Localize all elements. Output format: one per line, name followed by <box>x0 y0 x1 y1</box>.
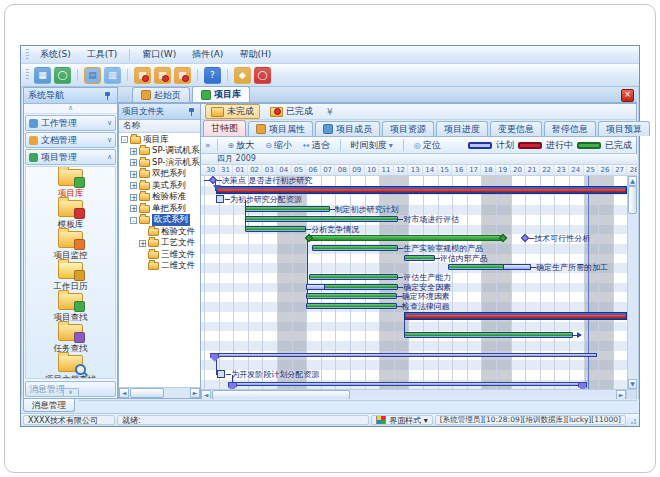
gantt-grid[interactable]: ▲ ▼ 决策点 是否进行初步研究为初步研究分配资源制定初步研究计划对市场进行评估… <box>201 176 637 389</box>
gantt-task-17[interactable] <box>214 353 597 357</box>
tab-1[interactable]: 甘特图 <box>203 120 246 136</box>
tab-message-management[interactable]: 消息管理 <box>23 399 75 412</box>
filter-extra-button[interactable]: ¥ <box>323 107 337 117</box>
tab-7[interactable]: 暂停信息 <box>544 121 596 136</box>
menu-1[interactable]: 系统(S) <box>33 46 78 63</box>
tree-node-3[interactable]: +SP-演示机系列 <box>119 157 200 169</box>
gantt-task-9[interactable] <box>404 255 435 261</box>
report-new-icon[interactable]: ▦ <box>134 67 151 84</box>
expand-icon[interactable]: + <box>130 194 137 201</box>
gantt-task-2[interactable] <box>216 186 627 194</box>
computer-icon[interactable]: ▦ <box>34 67 51 84</box>
gantt-button-1[interactable]: ⊕放大 <box>224 138 259 153</box>
gantt-task-14[interactable] <box>306 303 397 309</box>
gantt-task-5[interactable] <box>245 216 398 222</box>
help-icon[interactable]: ? <box>204 67 221 84</box>
tree-node-4[interactable]: +双把系列 <box>119 169 200 181</box>
sidebar-item-4[interactable]: 工作日历 <box>26 262 116 293</box>
tab-3[interactable]: 项目成员 <box>315 121 380 136</box>
tree-node-10[interactable]: +工艺文件 <box>119 238 200 250</box>
tree-node-9[interactable]: 检验文件 <box>119 226 200 238</box>
chevron-down-icon[interactable]: ∨ <box>107 120 112 127</box>
tab-8[interactable]: 项目预算 <box>598 121 650 136</box>
expand-icon[interactable]: + <box>130 171 137 178</box>
expand-icon[interactable]: + <box>130 205 137 212</box>
report-edit-icon[interactable]: ▦ <box>154 67 171 84</box>
expand-icon[interactable]: + <box>130 182 137 189</box>
menu-2[interactable]: 工具(T) <box>80 46 125 63</box>
gantt-button-5[interactable]: ◎定位 <box>410 138 445 153</box>
gantt-task-19[interactable] <box>232 382 582 386</box>
exit-icon[interactable]: ◯ <box>254 67 271 84</box>
gantt-task-7[interactable] <box>309 235 503 241</box>
sidebar-group-1[interactable]: 工作管理∨ <box>25 115 116 131</box>
project-open-icon[interactable]: ▤ <box>84 67 101 84</box>
tree-node-8[interactable]: -欧式系列 <box>119 215 200 227</box>
expand-icon[interactable]: + <box>130 159 137 166</box>
tab-4[interactable]: 项目资源 <box>382 121 434 136</box>
filter-button-2[interactable]: 已完成 <box>264 104 319 119</box>
scroll-up-icon[interactable]: ▲ <box>628 176 637 186</box>
interface-style-button[interactable]: 界面样式 ▾ <box>371 415 433 425</box>
sidebar-item-2[interactable]: 模板库 <box>26 200 116 231</box>
expand-icon[interactable]: + <box>139 240 146 247</box>
doc-tab-1[interactable]: 起始页 <box>132 87 190 102</box>
project-close-icon[interactable]: ▥ <box>104 67 121 84</box>
menu-5[interactable]: 帮助(H) <box>232 46 278 63</box>
gantt-vertical-scrollbar[interactable]: ▲ ▼ <box>627 176 637 389</box>
sidebar-item-6[interactable]: 任务查找 <box>26 324 116 355</box>
gantt-task-11[interactable] <box>309 274 398 280</box>
sidebar-bottom-group[interactable]: 消息管理 ∨ <box>25 381 116 397</box>
collapse-icon[interactable]: - <box>121 136 128 143</box>
sidebar-group-2[interactable]: 文档管理∨ <box>25 132 116 148</box>
tree-horizontal-scrollbar[interactable]: ◄ ► <box>119 387 200 398</box>
tree-node-2[interactable]: +SP-调试机系列 <box>119 146 200 158</box>
close-tab-icon[interactable]: × <box>621 89 634 102</box>
gantt-task-16[interactable] <box>404 332 573 338</box>
chevron-down-icon[interactable]: ∨ <box>107 137 112 144</box>
scroll-right-icon[interactable]: ► <box>190 388 200 398</box>
gantt-task-7-milestone[interactable] <box>521 234 529 242</box>
scroll-thumb[interactable] <box>628 186 637 214</box>
overflow-chevron-icon[interactable]: » <box>205 140 211 150</box>
scroll-down-icon[interactable]: ▼ <box>628 379 637 389</box>
sidebar-item-1[interactable]: 项目库 <box>26 169 116 200</box>
menu-3[interactable]: 窗口(W) <box>135 46 183 63</box>
gantt-task-3-group-box[interactable] <box>216 195 224 203</box>
scroll-left-icon[interactable]: ◄ <box>119 388 129 398</box>
tree-node-1[interactable]: -项目库 <box>119 134 200 146</box>
tree-node-12[interactable]: 二维文件 <box>119 261 200 273</box>
chevron-up-icon[interactable]: ∧ <box>107 154 112 161</box>
tab-6[interactable]: 变更信息 <box>490 121 542 136</box>
network-icon[interactable]: ◯ <box>54 67 71 84</box>
sidebar-item-3[interactable]: 项目监控 <box>26 231 116 262</box>
gantt-task-8[interactable] <box>312 245 398 251</box>
gantt-button-2[interactable]: ⊖缩小 <box>261 138 296 153</box>
menu-4[interactable]: 插件(A) <box>185 46 230 63</box>
tree-node-7[interactable]: +单把系列 <box>119 203 200 215</box>
lock-icon[interactable]: ◆ <box>234 67 251 84</box>
gantt-button-3[interactable]: ↔适合 <box>299 138 334 153</box>
sidebar-collapse-strip[interactable]: ∧ <box>24 104 117 114</box>
chevron-down-icon[interactable]: ∨ <box>63 388 79 396</box>
tree-node-5[interactable]: +美式系列 <box>119 180 200 192</box>
tab-5[interactable]: 项目进度 <box>436 121 488 136</box>
gantt-task-15[interactable] <box>404 312 627 320</box>
gantt-task-4[interactable] <box>245 206 330 212</box>
tree-node-11[interactable]: 三维文件 <box>119 249 200 261</box>
collapse-icon[interactable]: - <box>130 217 137 224</box>
filter-button-1[interactable]: 未完成 <box>205 104 260 119</box>
gantt-task-13[interactable] <box>306 293 397 299</box>
doc-tab-2[interactable]: 项目库 <box>192 86 250 102</box>
tree-node-6[interactable]: +检验标准 <box>119 192 200 204</box>
expand-icon[interactable]: + <box>130 148 137 155</box>
report-delete-icon[interactable]: ▦ <box>174 67 191 84</box>
gantt-task-6[interactable] <box>245 226 306 232</box>
sidebar-item-5[interactable]: 项目查找 <box>26 293 116 324</box>
tab-2[interactable]: 项目属性 <box>248 121 313 136</box>
pin-icon[interactable] <box>188 107 197 116</box>
gantt-task-18-group-box[interactable] <box>217 370 225 378</box>
scroll-thumb[interactable] <box>130 388 164 398</box>
sidebar-item-7[interactable]: 项目文档查找 <box>26 355 116 379</box>
tree-column-header[interactable]: 名称 <box>119 120 200 133</box>
